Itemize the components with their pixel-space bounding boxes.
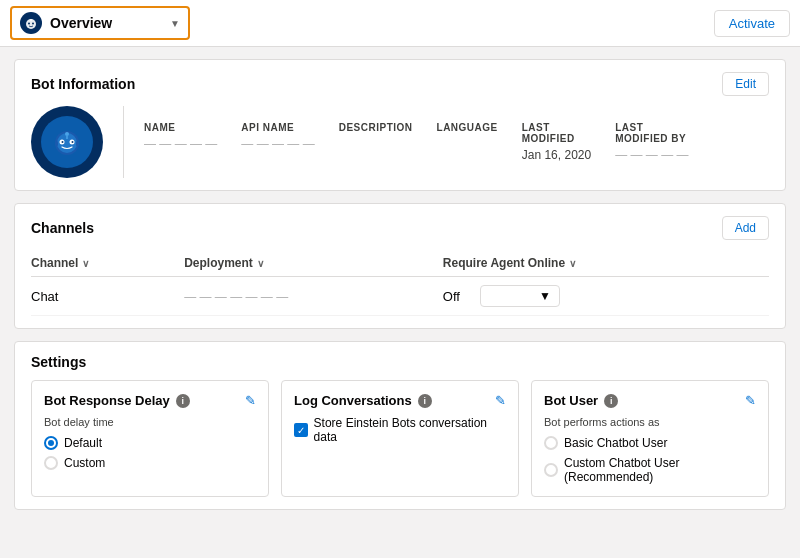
col-lastmod-header: LASTMODIFIED [522,122,591,144]
bot-face-icon [49,123,85,162]
log-conv-edit-icon[interactable]: ✎ [495,393,506,408]
bot-user-custom-option[interactable]: Custom Chatbot User (Recommended) [544,456,756,484]
deployment-col-header: Deployment ∨ [184,250,443,277]
bot-delay-custom-option[interactable]: Custom [44,456,256,470]
setting-bot-user: Bot User i ✎ Bot performs actions as Bas… [531,380,769,497]
require-dropdown-arrow: ▼ [539,289,551,303]
require-sort-arrow: ∨ [569,258,576,269]
main-content: Bot Information Edit [0,47,800,558]
log-conv-title-row: Log Conversations i [294,393,432,408]
bot-user-edit-icon[interactable]: ✎ [745,393,756,408]
require-agent-dropdown[interactable]: ▼ [480,285,560,307]
setting-bot-response-delay: Bot Response Delay i ✎ Bot delay time De… [31,380,269,497]
log-conv-info-icon[interactable]: i [418,394,432,408]
bot-info-content: NAME — — — — — API NAME — — — — — DESCRI… [31,106,769,178]
avatar-divider [123,106,124,178]
col-description: DESCRIPTION [339,122,413,162]
log-conv-header: Log Conversations i ✎ [294,393,506,408]
settings-card: Settings Bot Response Delay i ✎ Bot dela… [14,341,786,510]
col-name-value: — — — — — [144,137,217,151]
col-lastmod-value: Jan 16, 2020 [522,148,591,162]
bot-delay-title-row: Bot Response Delay i [44,393,190,408]
require-agent-cell: Off ▼ [443,277,769,316]
bot-user-title: Bot User [544,393,598,408]
bot-icon-small [20,12,42,34]
channels-table: Channel ∨ Deployment ∨ Require Agent Onl… [31,250,769,316]
overview-dropdown[interactable]: Overview ▼ [10,6,190,40]
top-navigation-bar: Overview ▼ Activate [0,0,800,47]
bot-avatar [31,106,103,178]
svg-point-8 [62,141,64,143]
bot-delay-edit-icon[interactable]: ✎ [245,393,256,408]
svg-point-9 [72,141,74,143]
deployment-cell: — — — — — — — [184,277,443,316]
col-lang-header: LANGUAGE [437,122,498,133]
bot-info-title: Bot Information [31,76,135,92]
require-agent-col-header: Require Agent Online ∨ [443,250,769,277]
channel-sort-arrow: ∨ [82,258,89,269]
svg-rect-13 [76,141,79,146]
bot-user-basic-radio[interactable] [544,436,558,450]
bot-user-desc: Bot performs actions as [544,416,756,428]
log-conv-checkbox-item[interactable]: ✓ Store Einstein Bots conversation data [294,416,506,444]
log-conv-title: Log Conversations [294,393,412,408]
table-row: Chat — — — — — — — Off ▼ [31,277,769,316]
bot-info-edit-button[interactable]: Edit [722,72,769,96]
bot-user-title-row: Bot User i [544,393,618,408]
bot-delay-radio-group: Default Custom [44,436,256,470]
bot-user-header: Bot User i ✎ [544,393,756,408]
overview-dropdown-arrow: ▼ [170,18,180,29]
overview-title: Overview [50,15,162,31]
svg-rect-12 [55,141,58,146]
channel-cell: Chat [31,277,184,316]
bot-delay-info-icon[interactable]: i [176,394,190,408]
bot-user-basic-option[interactable]: Basic Chatbot User [544,436,756,450]
svg-point-2 [32,23,34,25]
svg-rect-10 [65,132,69,136]
bot-info-table: NAME — — — — — API NAME — — — — — DESCRI… [144,122,769,162]
channels-card: Channels Add Channel ∨ Deployment ∨ [14,203,786,329]
channels-title: Channels [31,220,94,236]
col-language: LANGUAGE [437,122,498,162]
bot-info-header: Bot Information Edit [31,72,769,96]
col-api-name: API NAME — — — — — [241,122,314,162]
bot-delay-title: Bot Response Delay [44,393,170,408]
bot-information-card: Bot Information Edit [14,59,786,191]
channels-add-button[interactable]: Add [722,216,769,240]
bot-user-custom-radio[interactable] [544,463,558,477]
bot-user-info-icon[interactable]: i [604,394,618,408]
bot-delay-default-option[interactable]: Default [44,436,256,450]
bot-user-radio-group: Basic Chatbot User Custom Chatbot User (… [544,436,756,484]
bot-delay-custom-radio[interactable] [44,456,58,470]
col-name-header: NAME [144,122,217,133]
log-conv-checkbox[interactable]: ✓ [294,423,308,437]
setting-log-conversations: Log Conversations i ✎ ✓ Store Einstein B… [281,380,519,497]
col-last-modified: LASTMODIFIED Jan 16, 2020 [522,122,591,162]
col-api-value: — — — — — [241,137,314,151]
channel-col-header: Channel ∨ [31,250,184,277]
settings-grid: Bot Response Delay i ✎ Bot delay time De… [31,380,769,497]
col-lastmodby-value: — — — — — [615,148,688,162]
deployment-sort-arrow: ∨ [257,258,264,269]
svg-rect-3 [30,19,32,21]
bot-delay-desc: Bot delay time [44,416,256,428]
svg-point-1 [28,23,30,25]
bot-avatar-inner [41,116,93,168]
col-last-modified-by: LASTMODIFIED BY — — — — — [615,122,688,162]
settings-title: Settings [31,354,86,370]
settings-header: Settings [31,354,769,370]
activate-button[interactable]: Activate [714,10,790,37]
col-api-header: API NAME [241,122,314,133]
bot-delay-header: Bot Response Delay i ✎ [44,393,256,408]
channels-header: Channels Add [31,216,769,240]
log-conv-options: ✓ Store Einstein Bots conversation data [294,416,506,444]
checkmark-icon: ✓ [297,425,305,436]
bot-delay-default-radio[interactable] [44,436,58,450]
col-lastmodby-header: LASTMODIFIED BY [615,122,688,144]
col-desc-header: DESCRIPTION [339,122,413,133]
col-name: NAME — — — — — [144,122,217,162]
